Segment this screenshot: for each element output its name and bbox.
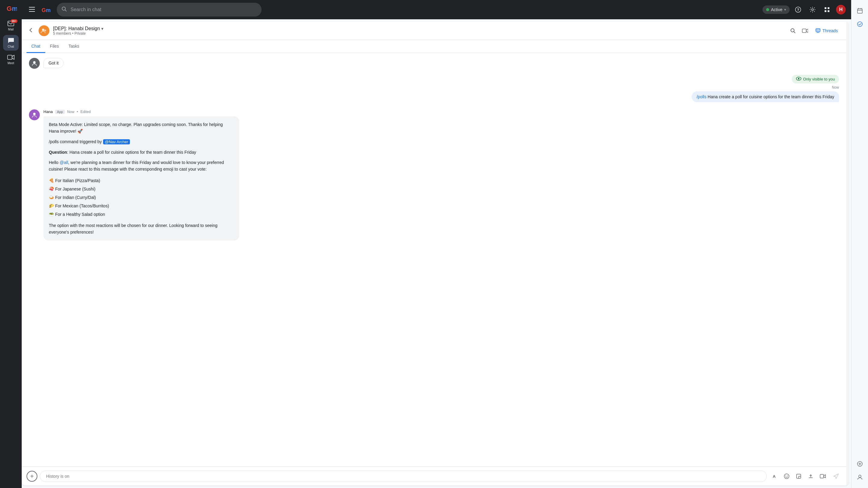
user-avatar[interactable]: H bbox=[835, 4, 846, 15]
privacy-label: Private bbox=[74, 31, 86, 36]
bot-message-header: Hana App Now • Edited bbox=[43, 110, 839, 114]
active-status-button[interactable]: Active ▾ bbox=[763, 5, 789, 14]
format-text-button[interactable]: A bbox=[769, 471, 780, 482]
svg-rect-32 bbox=[858, 9, 862, 13]
sticker-button[interactable] bbox=[793, 471, 804, 482]
messages-area[interactable]: Got it Only visible to you Now bbox=[22, 53, 846, 466]
sidebar-item-chat[interactable]: Chat bbox=[3, 35, 19, 51]
add-attachment-button[interactable]: + bbox=[27, 471, 37, 482]
question-section: Question: Hana create a poll for cuisine… bbox=[49, 149, 234, 155]
svg-point-35 bbox=[859, 475, 861, 478]
app-logo: Gmail bbox=[5, 2, 17, 14]
search-input[interactable] bbox=[70, 7, 257, 12]
bot-message-bubble: Beta Mode Active: Limited scope, no char… bbox=[43, 116, 239, 241]
right-sidebar bbox=[851, 0, 868, 488]
scrollbar-area bbox=[846, 22, 849, 486]
left-sidebar: Gmail Mail 99+ Chat Meet bbox=[0, 0, 22, 488]
at-all-mention: @all bbox=[60, 160, 68, 165]
conclusion-text: The option with the most reactions will … bbox=[49, 222, 234, 236]
dot-separator: • bbox=[77, 110, 78, 114]
svg-point-17 bbox=[44, 30, 46, 31]
back-button[interactable] bbox=[27, 26, 35, 36]
message-input[interactable] bbox=[40, 470, 767, 482]
settings-button[interactable] bbox=[807, 4, 818, 16]
meet-label: Meet bbox=[7, 61, 14, 65]
sidebar-item-meet[interactable]: Meet bbox=[3, 52, 19, 67]
help-button[interactable]: ? bbox=[792, 4, 804, 16]
search-bar[interactable] bbox=[57, 3, 261, 17]
tab-files[interactable]: Files bbox=[45, 40, 64, 53]
svg-text:Gmail: Gmail bbox=[41, 7, 51, 13]
chat-label: Chat bbox=[7, 45, 14, 48]
grid-button[interactable] bbox=[821, 4, 833, 16]
add-button[interactable] bbox=[854, 458, 866, 470]
poll-options: 🍕 For Italian (Pizza/Pasta)🍣 For Japanes… bbox=[49, 176, 234, 218]
question-label: Question bbox=[49, 150, 67, 155]
chat-tabs: Chat Files Tasks bbox=[22, 40, 846, 53]
polls-command-bubble: /polls Hana create a poll for cuisine op… bbox=[692, 91, 839, 102]
eye-icon bbox=[796, 77, 801, 82]
polls-command-text: /polls bbox=[696, 94, 707, 99]
main-content: Gmail Active ▾ ? bbox=[22, 0, 851, 488]
mail-badge: 99+ bbox=[10, 19, 18, 23]
emoji-button[interactable] bbox=[781, 471, 792, 482]
app-badge: App bbox=[55, 110, 65, 114]
chat-container: [DEP]: Hanabi Design ▾ 5 members • Priva… bbox=[22, 22, 849, 486]
poll-option: 🍣 For Japanese (Sushi) bbox=[49, 185, 234, 193]
hello-prefix: Hello bbox=[49, 160, 60, 165]
svg-rect-14 bbox=[825, 10, 827, 12]
video-call-button[interactable] bbox=[800, 25, 810, 36]
menu-icon[interactable] bbox=[27, 4, 37, 16]
members-count: 5 members bbox=[53, 31, 71, 36]
svg-rect-3 bbox=[7, 55, 12, 59]
chat-title-text: [DEP]: Hanabi Design bbox=[53, 26, 100, 31]
input-area: + A bbox=[22, 466, 846, 486]
poll-option: 🌮 For Mexican (Tacos/Burritos) bbox=[49, 202, 234, 210]
svg-text:A: A bbox=[773, 474, 776, 479]
tab-chat[interactable]: Chat bbox=[27, 40, 45, 53]
video-message-button[interactable] bbox=[817, 471, 828, 482]
svg-point-33 bbox=[858, 22, 862, 27]
threads-label: Threads bbox=[823, 28, 838, 33]
message-time: Now bbox=[67, 110, 74, 114]
upload-button[interactable] bbox=[805, 471, 816, 482]
send-button[interactable] bbox=[831, 471, 841, 482]
got-it-bubble: Got it bbox=[43, 58, 64, 68]
user-message-avatar bbox=[29, 58, 40, 69]
tab-tasks[interactable]: Tasks bbox=[64, 40, 84, 53]
svg-point-11 bbox=[812, 9, 813, 10]
threads-button[interactable]: Threads bbox=[812, 26, 841, 35]
hello-suffix: , we're planning a team dinner for this … bbox=[49, 160, 224, 172]
poll-option: 🥗 For a Healthy Salad option bbox=[49, 210, 234, 218]
calendar-button[interactable] bbox=[854, 5, 866, 17]
svg-point-28 bbox=[785, 475, 786, 476]
trigger-prefix: /polls command triggered by bbox=[49, 139, 103, 144]
svg-text:?: ? bbox=[797, 8, 799, 12]
bot-message-content: Hana App Now • Edited Beta Mode Active: … bbox=[43, 110, 839, 241]
group-avatar bbox=[38, 25, 50, 36]
input-actions: A bbox=[769, 471, 828, 482]
tasks-button[interactable] bbox=[854, 18, 866, 30]
topbar-logo: Gmail bbox=[41, 5, 51, 14]
sidebar-item-mail[interactable]: Mail 99+ bbox=[3, 18, 19, 34]
svg-point-24 bbox=[798, 78, 799, 80]
svg-point-25 bbox=[33, 113, 36, 115]
visible-to-you-badge: Only visible to you bbox=[792, 75, 839, 84]
chat-main: [DEP]: Hanabi Design ▾ 5 members • Priva… bbox=[22, 22, 846, 486]
people-button[interactable] bbox=[854, 471, 866, 483]
poll-option: 🍛 For Indian (Curry/Dal) bbox=[49, 193, 234, 202]
svg-point-29 bbox=[787, 475, 788, 476]
dropdown-icon[interactable]: ▾ bbox=[101, 26, 103, 31]
svg-rect-12 bbox=[825, 7, 827, 9]
edited-label: Edited bbox=[81, 110, 91, 114]
visible-badge-text: Only visible to you bbox=[803, 77, 835, 81]
svg-rect-13 bbox=[828, 7, 830, 9]
svg-point-27 bbox=[784, 474, 789, 479]
chat-subtitle: 5 members • Private bbox=[53, 31, 784, 36]
chat-icon bbox=[7, 37, 14, 44]
bot-name: Hana bbox=[43, 110, 53, 114]
search-in-chat-button[interactable] bbox=[787, 25, 798, 36]
got-it-message-row: Got it bbox=[29, 58, 839, 69]
meet-icon bbox=[7, 55, 14, 61]
svg-rect-20 bbox=[816, 29, 820, 32]
